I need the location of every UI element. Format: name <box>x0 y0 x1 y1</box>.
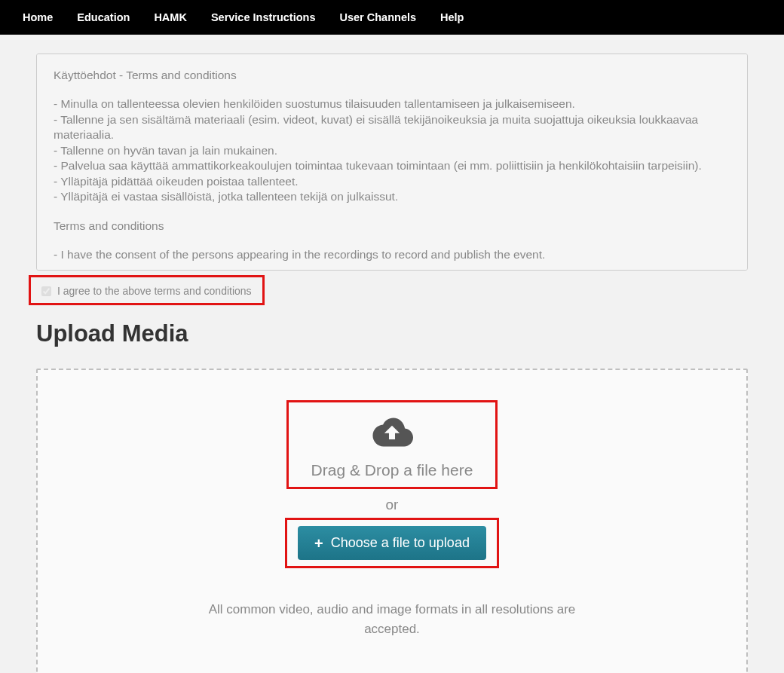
terms-en-line: - I have the consent of the persons appe… <box>54 247 730 262</box>
nav-service-instructions[interactable]: Service Instructions <box>211 11 316 23</box>
terms-fi-line: - Tallenne on hyvän tavan ja lain mukain… <box>54 143 730 158</box>
nav-education[interactable]: Education <box>77 11 130 23</box>
terms-fi-line: - Palvelua saa käyttää ammattikorkeakoul… <box>54 158 730 173</box>
nav-hamk[interactable]: HAMK <box>154 11 187 23</box>
terms-en-heading: Terms and conditions <box>54 219 730 234</box>
terms-fi-line: - Ylläpitäjä ei vastaa sisällöistä, jotk… <box>54 189 730 204</box>
agree-highlight: I agree to the above terms and condition… <box>29 275 265 305</box>
agree-checkbox[interactable] <box>41 286 51 296</box>
agree-label: I agree to the above terms and condition… <box>57 285 252 297</box>
nav-home[interactable]: Home <box>23 11 53 23</box>
plus-icon: + <box>314 536 323 551</box>
terms-fi-line: - Minulla on tallenteessa olevien henkil… <box>54 96 730 112</box>
choose-file-label: Choose a file to upload <box>331 535 470 551</box>
terms-textarea[interactable]: Käyttöehdot - Terms and conditions - Min… <box>36 54 748 271</box>
upload-dropzone[interactable]: Drag & Drop a file here or + Choose a fi… <box>36 369 748 673</box>
drag-drop-highlight: Drag & Drop a file here <box>286 400 498 489</box>
terms-fi-line: - Ylläpitäjä pidättää oikeuden poistaa t… <box>54 174 730 189</box>
cloud-upload-icon <box>371 415 413 451</box>
top-nav: Home Education HAMK Service Instructions… <box>0 0 784 35</box>
terms-heading: Käyttöehdot - Terms and conditions <box>54 68 730 83</box>
or-label: or <box>386 497 399 513</box>
terms-fi-line: - Tallenne ja sen sisältämä materiaali (… <box>54 112 730 143</box>
terms-en-block: - I have the consent of the persons appe… <box>54 247 730 262</box>
terms-fi-block: - Minulla on tallenteessa olevien henkil… <box>54 96 730 204</box>
upload-heading: Upload Media <box>36 320 748 347</box>
choose-file-highlight: + Choose a file to upload <box>285 518 499 568</box>
nav-help[interactable]: Help <box>440 11 464 23</box>
choose-file-button[interactable]: + Choose a file to upload <box>298 526 486 560</box>
formats-note: All common video, audio and image format… <box>204 600 580 640</box>
nav-user-channels[interactable]: User Channels <box>340 11 417 23</box>
drag-drop-label: Drag & Drop a file here <box>311 461 473 479</box>
